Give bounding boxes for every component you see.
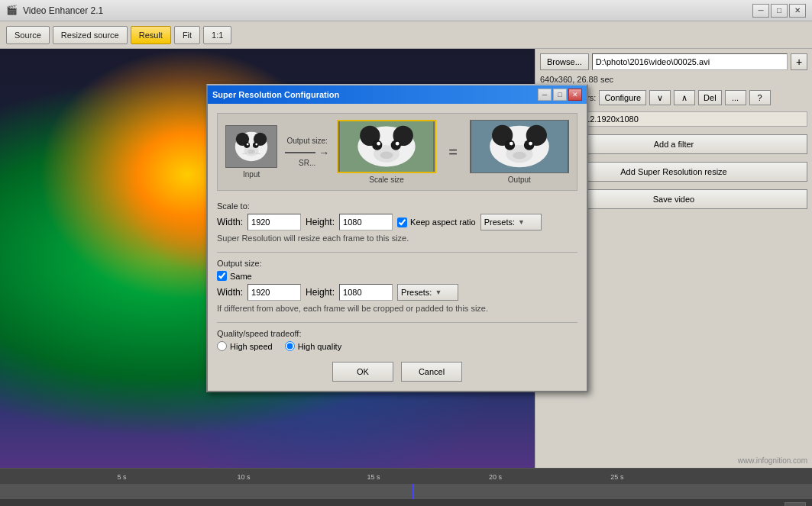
height-label: Height:	[306, 217, 335, 227]
cancel-button[interactable]: Cancel	[401, 362, 462, 382]
output-size-heading: Output size:	[217, 259, 262, 268]
browse-row: Browse... +	[540, 53, 807, 70]
dialog-title-bar: Super Resolution Configuration ─ □ ✕	[208, 85, 587, 104]
output-height-input[interactable]	[339, 284, 393, 301]
svg-point-17	[372, 140, 382, 150]
title-bar: 🎬 Video Enhancer 2.1 ─ □ ✕	[0, 0, 812, 21]
file-path-input[interactable]	[592, 53, 788, 70]
output-size-label: Output size:	[286, 137, 327, 145]
input-preview: Input	[225, 125, 277, 179]
more-button[interactable]: ...	[725, 90, 746, 105]
fit-button[interactable]: Fit	[174, 26, 200, 44]
restore-button[interactable]: □	[771, 4, 788, 18]
svg-point-28	[524, 140, 535, 150]
ok-button[interactable]: OK	[332, 362, 393, 382]
high-quality-label[interactable]: High quality	[285, 341, 341, 351]
output-presets-select[interactable]: Presets: ▼	[397, 284, 458, 301]
marker-15s: 15 s	[367, 473, 380, 481]
dialog-buttons: OK Cancel	[217, 362, 577, 382]
svg-point-29	[510, 142, 513, 146]
same-checkbox[interactable]	[217, 271, 227, 281]
one-to-one-button[interactable]: 1:1	[203, 26, 231, 44]
configure-button[interactable]: Configure	[599, 90, 646, 105]
quality-section: Quality/speed tradeoff: High speed High …	[217, 329, 577, 351]
output-image	[470, 120, 569, 173]
svg-point-9	[247, 150, 255, 154]
arrow-head: →	[319, 147, 329, 159]
timeline-bar[interactable]	[0, 484, 812, 499]
presets-arrow-icon: ▼	[518, 218, 525, 226]
playhead	[412, 484, 414, 499]
super-resolution-dialog: Super Resolution Configuration ─ □ ✕	[206, 84, 588, 392]
add-file-button[interactable]: +	[791, 53, 807, 70]
output-dimensions-row: Width: Height: Presets: ▼	[217, 284, 577, 301]
arrow-line	[285, 152, 315, 153]
scale-label: Scale size	[369, 176, 404, 184]
dialog-title-controls: ─ □ ✕	[538, 89, 582, 101]
dialog-title: Super Resolution Configuration	[212, 90, 339, 99]
title-bar-controls: ─ □ ✕	[752, 4, 806, 18]
marker-25s: 25 s	[610, 473, 623, 481]
input-label: Input	[243, 170, 260, 179]
keep-aspect-label[interactable]: Keep aspect ratio	[397, 218, 476, 227]
svg-point-18	[391, 140, 401, 150]
app-icon: 🎬	[6, 5, 18, 17]
svg-point-20	[396, 142, 400, 146]
scale-height-input[interactable]	[339, 214, 393, 230]
scale-image	[337, 120, 436, 173]
high-speed-label[interactable]: High speed	[217, 341, 273, 351]
scale-preview: Scale size	[337, 120, 436, 184]
output-preview: Output	[470, 120, 569, 184]
high-speed-radio[interactable]	[217, 341, 227, 351]
watermark: www.infognition.com	[738, 456, 807, 465]
close-button[interactable]: ✕	[789, 4, 806, 18]
output-presets-arrow-icon: ▼	[435, 288, 442, 296]
same-row: Same	[217, 271, 577, 281]
input-panda-svg	[226, 126, 277, 167]
next-frame-button[interactable]: >	[785, 502, 806, 506]
timeline: 5 s 10 s 15 s 20 s 25 s >	[0, 468, 812, 506]
dialog-restore-button[interactable]: □	[553, 89, 567, 101]
dialog-close-button[interactable]: ✕	[568, 89, 582, 101]
divider-1	[217, 252, 577, 253]
high-quality-radio[interactable]	[285, 341, 295, 351]
preview-section: Input Output size: → SR...	[217, 113, 577, 191]
move-down-button[interactable]: ∧	[674, 90, 695, 105]
output-label: Output	[508, 176, 531, 184]
browse-button[interactable]: Browse...	[540, 53, 589, 70]
scale-hint: Super Resolution will resize each frame …	[217, 234, 577, 243]
svg-point-19	[377, 142, 380, 146]
title-bar-left: 🎬 Video Enhancer 2.1	[6, 5, 103, 17]
output-hint: If different from above, each frame will…	[217, 304, 577, 313]
scale-to-section: Scale to: Width: Height: Keep aspect rat…	[217, 201, 577, 243]
output-width-label: Width:	[217, 287, 243, 298]
svg-point-30	[529, 142, 532, 146]
source-button[interactable]: Source	[6, 26, 50, 44]
marker-5s: 5 s	[117, 473, 126, 481]
app-title: Video Enhancer 2.1	[23, 5, 103, 16]
marker-20s: 20 s	[489, 473, 502, 481]
arrow-block: Output size: → SR...	[285, 137, 329, 167]
resized-source-button[interactable]: Resized source	[53, 26, 128, 44]
minimize-button[interactable]: ─	[752, 4, 769, 18]
same-label[interactable]: Same	[217, 271, 252, 281]
move-up-button[interactable]: ∨	[649, 90, 671, 105]
dialog-minimize-button[interactable]: ─	[538, 89, 552, 101]
divider-2	[217, 322, 577, 323]
output-height-label: Height:	[306, 287, 335, 298]
scale-width-input[interactable]	[247, 214, 301, 230]
output-width-input[interactable]	[247, 284, 301, 301]
presets-select[interactable]: Presets: ▼	[480, 214, 542, 230]
keep-aspect-checkbox[interactable]	[397, 218, 407, 227]
scale-to-label: Scale to:	[217, 201, 577, 211]
delete-filter-button[interactable]: Del	[698, 90, 722, 105]
quality-radio-group: High speed High quality	[217, 341, 577, 351]
timeline-controls: >	[0, 499, 812, 506]
help-button[interactable]: ?	[749, 90, 771, 105]
output-panda-svg	[471, 121, 568, 172]
svg-point-7	[247, 143, 249, 146]
quality-label: Quality/speed tradeoff:	[217, 329, 577, 338]
svg-point-31	[513, 152, 526, 160]
result-button[interactable]: Result	[131, 26, 171, 44]
output-size-section: Output size: Same Width: Height: Presets…	[217, 259, 577, 313]
